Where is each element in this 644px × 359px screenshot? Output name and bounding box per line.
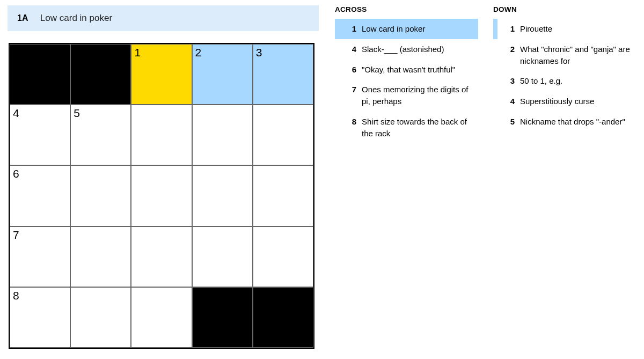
clue-text: What "chronic" and "ganja" are nicknames… bbox=[520, 43, 632, 67]
clue-number: 1 bbox=[346, 23, 356, 35]
grid-cell[interactable]: 1 bbox=[131, 44, 192, 105]
clue-number: 7 bbox=[346, 84, 356, 96]
cell-number: 7 bbox=[13, 229, 19, 241]
across-column: ACROSS 1Low card in poker4Slack-___ (ast… bbox=[335, 5, 478, 143]
grid-cell[interactable] bbox=[70, 226, 131, 287]
grid-cell bbox=[70, 44, 131, 105]
clue-number: 2 bbox=[504, 43, 515, 55]
clue-text: Superstitiously curse bbox=[520, 96, 632, 107]
clue-item-down[interactable]: 350 to 1, e.g. bbox=[493, 71, 636, 91]
clue-item-down[interactable]: 2What "chronic" and "ganja" are nickname… bbox=[493, 39, 636, 71]
grid-cell[interactable] bbox=[192, 226, 253, 287]
grid-cell[interactable]: 2 bbox=[192, 44, 253, 105]
grid-cell bbox=[253, 287, 313, 348]
grid-cell[interactable]: 7 bbox=[10, 226, 70, 287]
cell-number: 1 bbox=[134, 46, 141, 59]
clue-number: 4 bbox=[504, 96, 515, 107]
grid-cell[interactable] bbox=[131, 165, 192, 226]
across-header: ACROSS bbox=[335, 5, 478, 18]
cell-number: 3 bbox=[256, 46, 262, 59]
clue-text: Ones memorizing the digits of pi, perhap… bbox=[362, 84, 474, 107]
clue-item-down[interactable]: 5Nickname that drops "-ander" bbox=[493, 112, 636, 132]
clue-text: Pirouette bbox=[520, 23, 632, 35]
clue-number: 6 bbox=[346, 64, 356, 76]
clue-number: 3 bbox=[504, 75, 515, 87]
grid-cell[interactable] bbox=[192, 105, 253, 165]
left-column: 1A Low card in poker 12345678 bbox=[8, 5, 319, 349]
grid-cell[interactable] bbox=[253, 105, 313, 165]
crossword-layout: 1A Low card in poker 12345678 ACROSS 1Lo… bbox=[8, 5, 636, 349]
clue-text: Nickname that drops "-ander" bbox=[520, 116, 632, 128]
grid-cell[interactable] bbox=[253, 165, 313, 226]
clue-text: Slack-___ (astonished) bbox=[362, 43, 474, 55]
clue-item-down[interactable]: 1Pirouette bbox=[493, 19, 636, 39]
grid-cell[interactable] bbox=[70, 287, 131, 348]
cell-number: 2 bbox=[195, 46, 202, 59]
grid-cell[interactable]: 3 bbox=[253, 44, 313, 105]
grid-cell[interactable] bbox=[70, 165, 131, 226]
crossword-grid[interactable]: 12345678 bbox=[9, 43, 314, 349]
cell-number: 5 bbox=[74, 107, 80, 120]
cell-number: 4 bbox=[13, 107, 19, 120]
down-list: 1Pirouette2What "chronic" and "ganja" ar… bbox=[493, 19, 636, 132]
clue-item-across[interactable]: 8Shirt size towards the back of the rack bbox=[335, 112, 478, 144]
clue-text: Shirt size towards the back of the rack bbox=[362, 116, 474, 140]
clue-number: 8 bbox=[346, 116, 356, 128]
down-column: DOWN 1Pirouette2What "chronic" and "ganj… bbox=[493, 5, 636, 143]
active-clue-label: 1A bbox=[17, 13, 28, 23]
cell-number: 8 bbox=[13, 289, 19, 302]
cell-number: 6 bbox=[13, 167, 19, 180]
clue-lists: ACROSS 1Low card in poker4Slack-___ (ast… bbox=[335, 5, 636, 143]
grid-cell[interactable]: 5 bbox=[70, 105, 131, 165]
grid-cell[interactable]: 6 bbox=[10, 165, 70, 226]
across-list: 1Low card in poker4Slack-___ (astonished… bbox=[335, 19, 478, 143]
clue-item-across[interactable]: 4Slack-___ (astonished) bbox=[335, 39, 478, 60]
grid-cell[interactable] bbox=[131, 287, 192, 348]
active-clue-text: Low card in poker bbox=[40, 13, 112, 24]
clue-number: 1 bbox=[504, 23, 515, 35]
grid-cell[interactable] bbox=[131, 105, 192, 165]
grid-cell[interactable]: 8 bbox=[10, 287, 70, 348]
grid-cell[interactable] bbox=[131, 226, 192, 287]
clue-item-across[interactable]: 6"Okay, that wasn't truthful" bbox=[335, 60, 478, 80]
clue-number: 5 bbox=[504, 116, 515, 128]
down-header: DOWN bbox=[493, 5, 636, 18]
clue-item-across[interactable]: 7Ones memorizing the digits of pi, perha… bbox=[335, 79, 478, 112]
clue-text: 50 to 1, e.g. bbox=[520, 75, 632, 87]
clue-item-down[interactable]: 4Superstitiously curse bbox=[493, 91, 636, 112]
active-clue-bar[interactable]: 1A Low card in poker bbox=[8, 5, 319, 31]
clue-item-across[interactable]: 1Low card in poker bbox=[335, 19, 478, 39]
grid-cell[interactable] bbox=[253, 226, 313, 287]
grid-cell bbox=[192, 287, 253, 348]
grid-cell[interactable]: 4 bbox=[10, 105, 70, 165]
grid-cell[interactable] bbox=[192, 165, 253, 226]
grid-cell bbox=[10, 44, 70, 105]
clue-number: 4 bbox=[346, 43, 356, 55]
clue-text: "Okay, that wasn't truthful" bbox=[362, 64, 474, 76]
clue-text: Low card in poker bbox=[362, 23, 474, 35]
